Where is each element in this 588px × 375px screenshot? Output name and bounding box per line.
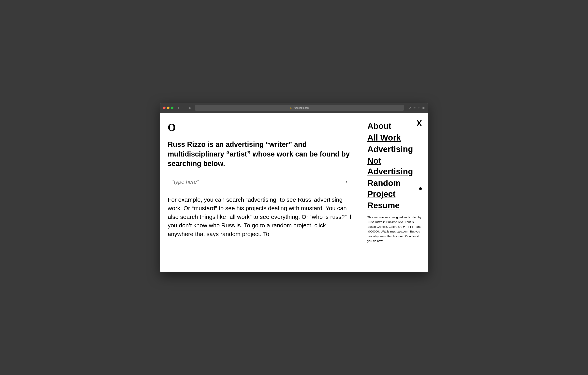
nav-item-not-advertising: Not Advertising — [368, 156, 422, 177]
nav-item-advertising: Advertising — [368, 144, 422, 155]
traffic-lights — [163, 107, 173, 109]
share-button[interactable]: ⎋ — [414, 106, 416, 109]
nav-link-all-work[interactable]: All Work — [368, 132, 401, 143]
nav-item-about: About — [368, 121, 422, 132]
nav-link-advertising[interactable]: Advertising — [368, 144, 413, 155]
search-input[interactable] — [168, 179, 338, 185]
search-container: → — [168, 175, 353, 189]
random-project-item: Random Project — [368, 178, 422, 199]
forward-button[interactable]: › — [181, 105, 185, 110]
nav-menu: About All Work Advertising Not Advertisi… — [368, 121, 422, 211]
url-bar[interactable]: 🔒 russrizzo.com — [195, 105, 404, 111]
reload-button[interactable]: ⟳ — [409, 106, 411, 110]
browser-window: ‹ › ◆ 🔒 russrizzo.com ⟳ ⎋ + ▣ O Russ Riz… — [160, 103, 428, 272]
nav-buttons: ‹ › — [177, 105, 185, 110]
browser-content: O Russ Rizzo is an advertising “writer” … — [160, 113, 428, 272]
lock-icon: 🔒 — [289, 107, 292, 109]
close-menu-button[interactable]: X — [417, 119, 422, 127]
nav-link-resume[interactable]: Resume — [368, 200, 399, 211]
nav-link-about[interactable]: About — [368, 121, 391, 132]
site-info: This website was designed and coded by R… — [368, 215, 422, 243]
new-tab-button[interactable]: + — [418, 106, 420, 109]
back-button[interactable]: ‹ — [177, 105, 180, 110]
intro-text: Russ Rizzo is an advertising “writer” an… — [168, 140, 353, 169]
nav-item-resume: Resume — [368, 200, 422, 211]
nav-item-random-project: Random Project — [368, 178, 422, 199]
tab-overview-button[interactable]: ▣ — [422, 106, 425, 110]
nav-link-random-project[interactable]: Random Project — [368, 178, 419, 199]
minimize-traffic-light[interactable] — [167, 107, 169, 109]
close-traffic-light[interactable] — [163, 107, 166, 109]
main-content: O Russ Rizzo is an advertising “writer” … — [160, 113, 361, 272]
random-project-dot — [419, 187, 422, 190]
privacy-icon: ◆ — [189, 106, 191, 109]
search-submit-arrow[interactable]: → — [338, 178, 353, 185]
nav-link-not-advertising[interactable]: Not Advertising — [368, 156, 422, 177]
nav-item-all-work: All Work — [368, 132, 422, 143]
browser-chrome: ‹ › ◆ 🔒 russrizzo.com ⟳ ⎋ + ▣ — [160, 103, 428, 113]
random-project-link[interactable]: random project — [272, 222, 311, 229]
fullscreen-traffic-light[interactable] — [171, 107, 173, 109]
site-logo: O — [168, 122, 353, 133]
browser-actions: ⎋ + ▣ — [414, 106, 425, 110]
url-text: russrizzo.com — [294, 106, 309, 109]
body-text: For example, you can search “advertising… — [168, 195, 353, 238]
sidebar: X About All Work Advertising Not Adverti… — [361, 113, 428, 272]
